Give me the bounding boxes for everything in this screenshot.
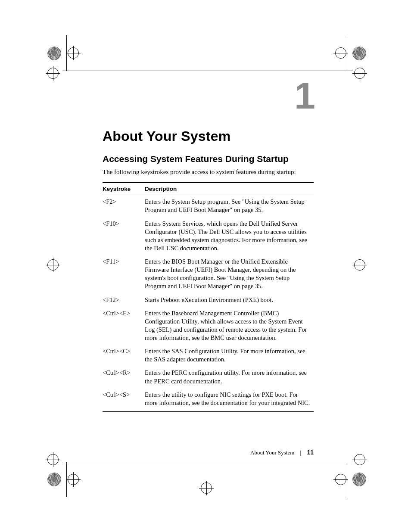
cell-description: Enters the utility to configure NIC sett…: [145, 388, 314, 412]
section-heading: Accessing System Features During Startup: [103, 154, 314, 164]
chapter-number: 1: [294, 77, 315, 115]
cell-keystroke: <Ctrl><C>: [103, 345, 145, 366]
table-row: <Ctrl><S> Enters the utility to configur…: [103, 388, 314, 412]
table-header-row: Keystroke Description: [103, 183, 314, 195]
col-header-keystroke: Keystroke: [103, 183, 145, 195]
table-row: <F2> Enters the System Setup program. Se…: [103, 195, 314, 217]
intro-paragraph: The following keystrokes provide access …: [103, 168, 314, 176]
cell-keystroke: <F12>: [103, 293, 145, 307]
table-row: <F11> Enters the BIOS Boot Manager or th…: [103, 255, 314, 293]
cell-keystroke: <F11>: [103, 255, 145, 293]
cell-keystroke: <F10>: [103, 217, 145, 255]
footer-section: About Your System: [250, 449, 294, 456]
table-row: <Ctrl><R> Enters the PERC configuration …: [103, 366, 314, 388]
cell-keystroke: <Ctrl><S>: [103, 388, 145, 412]
cell-description: Enters the Baseboard Management Controll…: [145, 307, 314, 345]
footer-separator: |: [300, 449, 302, 456]
cell-description: Enters the SAS Configuration Utility. Fo…: [145, 345, 314, 366]
cell-keystroke: <F2>: [103, 195, 145, 217]
page-footer: About Your System | 11: [103, 449, 314, 456]
cell-description: Enters the System Setup program. See "Us…: [145, 195, 314, 217]
page: 1 About Your System Accessing System Fea…: [0, 0, 411, 532]
page-title: About Your System: [103, 128, 314, 144]
cell-description: Enters the BIOS Boot Manager or the Unif…: [145, 255, 314, 293]
keystroke-table: Keystroke Description <F2> Enters the Sy…: [103, 182, 314, 412]
content-area: 1 About Your System Accessing System Fea…: [103, 82, 314, 412]
cell-keystroke: <Ctrl><E>: [103, 307, 145, 345]
cell-description: Enters the PERC configuration utility. F…: [145, 366, 314, 388]
table-row: <Ctrl><E> Enters the Baseboard Managemen…: [103, 307, 314, 345]
cell-description: Starts Preboot eXecution Environment (PX…: [145, 293, 314, 307]
col-header-description: Description: [145, 183, 314, 195]
footer-page-number: 11: [307, 449, 314, 456]
cell-description: Enters System Services, which opens the …: [145, 217, 314, 255]
cell-keystroke: <Ctrl><R>: [103, 366, 145, 388]
table-row: <Ctrl><C> Enters the SAS Configuration U…: [103, 345, 314, 366]
table-row: <F10> Enters System Services, which open…: [103, 217, 314, 255]
table-row: <F12> Starts Preboot eXecution Environme…: [103, 293, 314, 307]
